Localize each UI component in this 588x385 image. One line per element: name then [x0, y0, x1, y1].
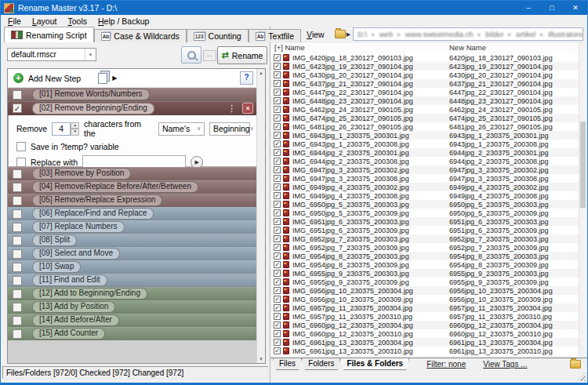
file-row[interactable]: ✓ IMG_6957jpg_11_230375_200304.jpg 6957j…: [270, 303, 581, 312]
file-row[interactable]: ✓ IMG_6952jpg_7_230375_200309.jpg 6952jp…: [270, 243, 581, 252]
replace-with-checkbox[interactable]: [16, 158, 26, 167]
close-step-button[interactable]: ✕: [242, 103, 253, 114]
file-checkbox[interactable]: ✓: [274, 106, 281, 113]
file-row[interactable]: ✓ IMG_6430jpg_20_230127_090104.jpg 6430j…: [270, 71, 581, 79]
file-row[interactable]: ✓ IMG_6944jpg_2_230375_200308.jpg 6944jp…: [270, 157, 581, 165]
file-checkbox[interactable]: ✓: [274, 63, 281, 70]
file-row[interactable]: ✓ IMG_6944jpg_2_230375_200301.jpg 6944jp…: [270, 148, 581, 157]
file-row[interactable]: ✓ IMG_6956jpg_10_230375_200304.jpg 6956j…: [270, 286, 581, 295]
file-row[interactable]: ✓ IMG_6950jpg_5_230375_200309.jpg 6950jp…: [270, 209, 581, 217]
more-options-button[interactable]: ...: [203, 50, 216, 61]
file-checkbox[interactable]: ✓: [274, 140, 281, 147]
rename-button[interactable]: ⇄ Rename: [217, 46, 267, 64]
file-checkbox[interactable]: ✓: [274, 261, 281, 268]
step-label[interactable]: [05] Remove/Replace Expression: [32, 194, 162, 206]
file-row[interactable]: ✓ IMG_6423jpg_19_230127_090104.jpg 6423j…: [270, 62, 581, 71]
file-row[interactable]: ✓ IMG_6947jpg_3_230375_200308.jpg 6947jp…: [270, 174, 581, 183]
step-label[interactable]: [06] Replace/Find and Replace: [32, 208, 154, 220]
scroll-up-icon[interactable]: ▲: [257, 69, 265, 77]
script-step[interactable]: [12] Add to Beginning/Ending ⋮ ✕: [8, 287, 257, 300]
file-row[interactable]: ✓ IMG_6955jpg_9_230375_200309.jpg 6955jp…: [270, 278, 581, 286]
file-checkbox[interactable]: ✓: [274, 80, 281, 87]
file-checkbox[interactable]: ✓: [274, 227, 281, 234]
maximize-button[interactable]: □: [540, 1, 564, 15]
step-checkbox[interactable]: [13, 223, 22, 232]
file-checkbox[interactable]: ✓: [274, 244, 281, 251]
file-checkbox[interactable]: ✓: [274, 296, 281, 303]
script-step[interactable]: [03] Remove by Position ⋮ ✕: [8, 167, 257, 180]
step-checkbox[interactable]: [13, 289, 22, 299]
combo-dropdown-icon[interactable]: ▼: [85, 49, 96, 60]
file-checkbox[interactable]: ✓: [274, 304, 281, 311]
file-row[interactable]: ✓ IMG_6474jpg_25_230127_090105.jpg 6474j…: [270, 114, 581, 122]
script-step[interactable]: [09] Select and Move ⋮ ✕: [8, 247, 257, 260]
step-label[interactable]: [09] Select and Move: [32, 248, 120, 260]
step-label[interactable]: [02] Remove Beginning/Ending: [32, 103, 154, 114]
tab-case-wildcards[interactable]: AbCase & Wildcards: [94, 29, 187, 42]
step-checkbox[interactable]: [13, 276, 22, 285]
file-checkbox[interactable]: ✓: [274, 183, 281, 191]
step-checkbox[interactable]: [13, 263, 22, 272]
bottom-tab-files-folders[interactable]: Files & Folders: [340, 358, 409, 370]
file-row[interactable]: ✓ IMG_6954jpg_8_230375_200309.jpg 6954jp…: [270, 260, 581, 269]
script-step[interactable]: [04] Remove/Replace Before/After/Between…: [8, 180, 257, 194]
position-select[interactable]: Beginning ∨: [209, 122, 250, 136]
file-checkbox[interactable]: ✓: [274, 209, 281, 216]
tab-counting[interactable]: 123Counting: [187, 29, 249, 42]
add-icon[interactable]: +: [13, 73, 24, 83]
column-header-new-name[interactable]: New Name: [449, 43, 486, 52]
file-row[interactable]: ✓ IMG_6950jpg_5_230375_200303.jpg 6950jp…: [270, 200, 581, 209]
step-checkbox[interactable]: [13, 316, 22, 325]
file-row[interactable]: ✓ IMG_6447jpg_22_230127_090104.jpg 6447j…: [270, 88, 581, 96]
file-checkbox[interactable]: ✓: [274, 270, 281, 277]
spin-up-icon[interactable]: ▲: [71, 122, 79, 129]
file-checkbox[interactable]: ✓: [274, 252, 281, 260]
tab-renaming-script[interactable]: Renaming Script: [4, 27, 94, 42]
script-step[interactable]: [13] Add by Position ⋮ ✕: [8, 300, 257, 314]
breadcrumb-item[interactable]: web: [379, 30, 393, 38]
file-row[interactable]: ✓ IMG_6949jpg_4_230375_200302.jpg 6949jp…: [270, 183, 581, 191]
file-checkbox[interactable]: ✓: [274, 123, 281, 130]
file-checkbox[interactable]: ✓: [274, 54, 281, 61]
add-new-step-label[interactable]: Add New Step: [28, 74, 81, 83]
file-row[interactable]: ✓ IMG_6960jpg_12_230375_200304.jpg 6960j…: [270, 321, 581, 329]
breadcrumb-item[interactable]: www.swisstmedia.ch: [405, 30, 474, 38]
file-row[interactable]: ✓ IMG_6960jpg_12_230375_200310.jpg 6960j…: [270, 329, 581, 338]
step-checkbox[interactable]: ✓: [13, 104, 22, 113]
file-row[interactable]: ✓ IMG_6961jpg_13_230375_200310.jpg 6961j…: [270, 347, 581, 355]
file-checkbox[interactable]: ✓: [274, 218, 281, 225]
script-scrollbar[interactable]: ▲ ▼: [256, 69, 265, 363]
file-checkbox[interactable]: ✓: [274, 71, 281, 78]
file-row[interactable]: ✓ IMG_6954jpg_8_230375_200303.jpg 6954jp…: [270, 252, 581, 260]
file-checkbox[interactable]: ✓: [274, 158, 281, 165]
paste-menu-arrow-icon[interactable]: ▶: [112, 74, 117, 82]
file-row[interactable]: ✓ IMG_6949jpg_4_230375_200308.jpg 6949jp…: [270, 191, 581, 200]
file-checkbox[interactable]: ✓: [274, 330, 281, 337]
help-button[interactable]: ?: [240, 71, 253, 85]
breadcrumb-item[interactable]: Illustratoren: [548, 30, 583, 38]
script-step[interactable]: ✓ [02] Remove Beginning/Ending ⋮ ✕: [8, 101, 257, 115]
resize-grip[interactable]: [577, 372, 586, 381]
tab-textfile[interactable]: AbTextfile: [249, 29, 301, 42]
script-step[interactable]: [10] Swap ⋮ ✕: [8, 260, 257, 274]
script-step[interactable]: [11] Find and Edit ⋮ ✕: [8, 274, 257, 287]
script-step[interactable]: [08] Split ⋮ ✕: [8, 234, 257, 247]
view-tags-link[interactable]: View Tags ...: [483, 360, 527, 369]
menu-help-backup[interactable]: Help / Backup: [93, 16, 154, 26]
spin-down-icon[interactable]: ▼: [71, 129, 79, 136]
menu-layout[interactable]: Layout: [27, 16, 63, 26]
file-row[interactable]: ✓ IMG_6957jpg_11_230375_200310.jpg 6957j…: [270, 312, 581, 321]
file-checkbox[interactable]: ✓: [274, 132, 281, 139]
file-row[interactable]: ✓ IMG_6955jpg_9_230375_200303.jpg 6955jp…: [270, 269, 581, 278]
script-step[interactable]: [14] Add Before/After ⋮ ✕: [8, 314, 257, 327]
file-checkbox[interactable]: ✓: [274, 175, 281, 182]
step-checkbox[interactable]: [13, 196, 22, 205]
step-checkbox[interactable]: [13, 329, 22, 339]
address-breadcrumb[interactable]: D:\▸web▸www.swisstmedia.ch▸bilder▸artike…: [353, 27, 583, 41]
step-checkbox[interactable]: [13, 303, 22, 312]
file-row[interactable]: ✓ IMG_6956jpg_10_230375_200309.jpg 6956j…: [270, 295, 581, 303]
save-temp-checkbox[interactable]: [16, 142, 26, 151]
file-checkbox[interactable]: ✓: [274, 287, 281, 294]
bottom-tab-files[interactable]: Files: [273, 358, 302, 370]
file-row[interactable]: ✓ IMG_6448jpg_23_230127_090104.jpg 6448j…: [270, 96, 581, 105]
